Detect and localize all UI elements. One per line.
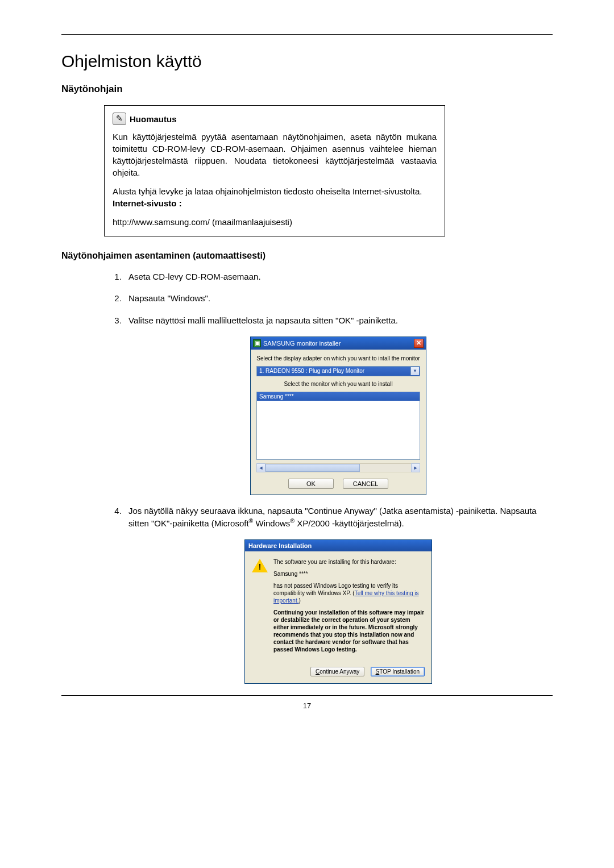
- scroll-track[interactable]: [265, 463, 411, 472]
- stop-installation-button[interactable]: STOP Installation: [371, 667, 425, 676]
- step4-suffix: XP/2000 -käyttöjärjestelmä).: [294, 518, 404, 528]
- close-icon[interactable]: ✕: [414, 339, 424, 348]
- installer-button-row: OK CANCEL: [256, 478, 420, 489]
- installer-dialog-wrap: ▣ SAMSUNG monitor installer ✕ Select the…: [124, 337, 553, 495]
- chevron-down-icon[interactable]: ▼: [410, 367, 419, 375]
- monitor-list[interactable]: Samsung ****: [256, 392, 420, 460]
- warning-line2b: ): [298, 597, 300, 604]
- warning-triangle-icon: [252, 559, 268, 572]
- step-2: Napsauta "Windows".: [124, 293, 553, 304]
- step-4: Jos näytöllä näkyy seuraava ikkuna, naps…: [124, 505, 553, 530]
- installer-app-icon: ▣: [253, 339, 261, 347]
- step-1: Aseta CD-levy CD-ROM-asemaan.: [124, 271, 553, 283]
- warning-line2: has not passed Windows Logo testing to v…: [273, 582, 425, 604]
- warning-bold: Continuing your installation of this sof…: [273, 609, 425, 653]
- subheading: Näytönohjain: [61, 84, 553, 95]
- note-url: http://www.samsung.com/ (maailmanlaajuis…: [113, 216, 437, 228]
- installer-instr1: Select the display adapter on which you …: [256, 355, 420, 362]
- stop-label-rest: TOP Installation: [379, 668, 420, 675]
- website-label: Internet-sivusto :: [113, 198, 182, 208]
- ok-button[interactable]: OK: [288, 479, 334, 489]
- warning-titlebar: Hardware Installation: [245, 540, 432, 551]
- installer-dialog: ▣ SAMSUNG monitor installer ✕ Select the…: [250, 337, 426, 495]
- warning-device: Samsung ****: [273, 570, 425, 578]
- warning-icon: [252, 558, 268, 573]
- step-3: Valitse näyttösi malli malliluettelosta …: [124, 315, 553, 326]
- monitor-list-selected[interactable]: Samsung ****: [257, 392, 420, 401]
- note-p2-text: Alusta tyhjä levyke ja lataa ohjainohjel…: [113, 186, 422, 196]
- footer-rule: [61, 695, 553, 696]
- adapter-select-value: 1. RADEON 9550 : Plug and Play Monitor: [259, 368, 364, 374]
- installer-instr2: Select the monitor which you want to ins…: [256, 381, 420, 387]
- note-box: ✎ Huomautus Kun käyttöjärjestelmä pyytää…: [104, 105, 445, 236]
- warning-dialog-wrap: Hardware Installation The software you a…: [124, 539, 553, 684]
- continue-label-rest: ontinue Anyway: [320, 668, 359, 675]
- note-paragraph-2: Alusta tyhjä levyke ja lataa ohjainohjel…: [113, 185, 437, 209]
- continue-anyway-button[interactable]: Continue Anyway: [310, 667, 364, 676]
- warning-line1: The software you are installing for this…: [273, 558, 425, 566]
- warning-dialog: Hardware Installation The software you a…: [244, 539, 432, 684]
- warning-button-row: Continue Anyway STOP Installation: [245, 662, 432, 683]
- cancel-button[interactable]: CANCEL: [343, 479, 388, 489]
- step4-mid: Windows: [253, 518, 290, 528]
- top-rule: [61, 34, 553, 35]
- installer-title-text: SAMSUNG monitor installer: [263, 340, 414, 347]
- installer-titlebar: ▣ SAMSUNG monitor installer ✕: [251, 337, 426, 350]
- reg-mark-2: ®: [290, 517, 294, 524]
- warning-body: The software you are installing for this…: [245, 551, 432, 662]
- note-head: ✎ Huomautus: [113, 113, 437, 125]
- note-label: Huomautus: [130, 113, 177, 125]
- installer-body: Select the display adapter on which you …: [251, 350, 426, 495]
- adapter-select[interactable]: 1. RADEON 9550 : Plug and Play Monitor ▼: [256, 366, 420, 376]
- scroll-thumb[interactable]: [265, 464, 360, 472]
- steps-list: Aseta CD-levy CD-ROM-asemaan. Napsauta "…: [61, 271, 553, 684]
- horizontal-scrollbar[interactable]: ◄ ►: [256, 463, 420, 472]
- scroll-left-icon[interactable]: ◄: [256, 463, 265, 472]
- scroll-right-icon[interactable]: ►: [411, 463, 420, 472]
- warning-text: The software you are installing for this…: [273, 558, 425, 658]
- page-number: 17: [61, 701, 553, 710]
- page-title: Ohjelmiston käyttö: [61, 52, 553, 71]
- section-head: Näytönohjaimen asentaminen (automaattise…: [61, 251, 553, 261]
- note-icon: ✎: [113, 113, 126, 125]
- note-paragraph-1: Kun käyttöjärjestelmä pyytää asentamaan …: [113, 131, 437, 178]
